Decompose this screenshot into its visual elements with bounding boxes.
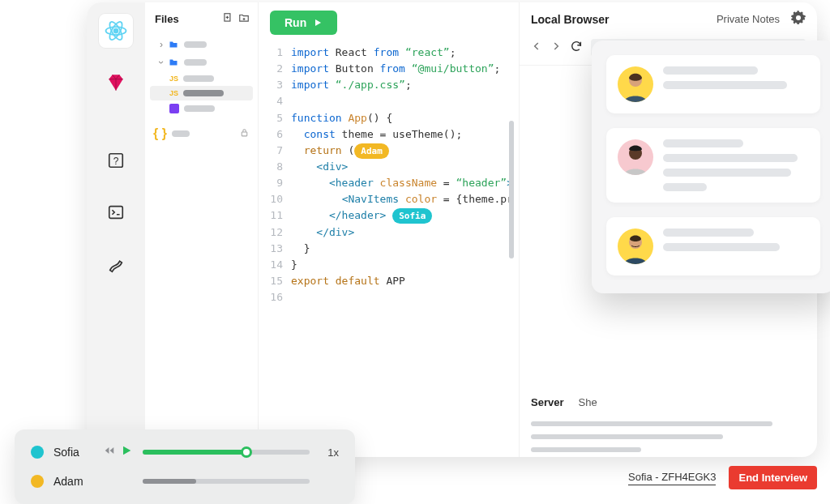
chat-panel bbox=[592, 41, 830, 293]
lock-icon bbox=[239, 126, 250, 141]
playback-speed[interactable]: 1x bbox=[319, 446, 339, 459]
chat-message[interactable] bbox=[606, 55, 820, 113]
svg-rect-8 bbox=[242, 132, 247, 136]
file-tree[interactable]: › › JS JS bbox=[145, 32, 258, 120]
chat-message[interactable] bbox=[606, 128, 820, 203]
tab-server[interactable]: Server bbox=[531, 396, 563, 408]
nav-back-icon[interactable] bbox=[531, 41, 542, 55]
editor-panel: Run 12345678910111213141516 import React… bbox=[259, 2, 519, 457]
playback-row-sofia: Sofia 1x bbox=[31, 444, 339, 460]
playback-track[interactable] bbox=[143, 450, 310, 455]
avatar bbox=[618, 139, 653, 175]
avatar bbox=[618, 66, 653, 102]
svg-point-0 bbox=[114, 29, 118, 33]
tech-sidebar: ? bbox=[87, 2, 145, 457]
tab-shell[interactable]: She bbox=[578, 396, 597, 408]
files-panel: Files › › JS JS { } bbox=[145, 2, 259, 457]
editor-scrollbar[interactable] bbox=[509, 121, 514, 258]
code-editor[interactable]: 12345678910111213141516 import React fro… bbox=[259, 40, 519, 457]
run-button[interactable]: Run bbox=[270, 11, 337, 35]
user-dot-adam bbox=[31, 475, 44, 488]
user-dot-sofia bbox=[31, 446, 44, 459]
playback-panel: Sofia 1x Adam bbox=[15, 429, 355, 504]
ruby-icon[interactable] bbox=[99, 66, 133, 100]
playback-track[interactable] bbox=[143, 479, 310, 484]
chat-message[interactable] bbox=[606, 217, 820, 275]
console-tabs: Server She bbox=[520, 388, 817, 416]
browser-title: Local Browser bbox=[531, 13, 609, 26]
new-file-icon[interactable] bbox=[222, 12, 233, 26]
gear-icon[interactable] bbox=[791, 11, 806, 28]
svg-text:?: ? bbox=[113, 156, 119, 167]
terminal-icon[interactable] bbox=[99, 195, 133, 229]
playback-row-adam: Adam bbox=[31, 475, 339, 488]
avatar bbox=[618, 229, 653, 264]
console-output bbox=[520, 416, 817, 457]
rewind-icon[interactable] bbox=[102, 445, 117, 459]
play-icon[interactable] bbox=[120, 444, 133, 460]
new-folder-icon[interactable] bbox=[238, 12, 250, 26]
react-icon[interactable] bbox=[99, 14, 133, 48]
session-label[interactable]: Sofia - ZFH4EGK3 bbox=[628, 471, 716, 485]
svg-rect-6 bbox=[109, 207, 123, 219]
reload-icon[interactable] bbox=[570, 40, 583, 56]
files-header-label: Files bbox=[155, 13, 179, 25]
help-icon[interactable]: ? bbox=[99, 143, 133, 177]
end-interview-button[interactable]: End Interview bbox=[729, 466, 817, 489]
draw-icon[interactable] bbox=[99, 247, 133, 281]
nav-forward-icon[interactable] bbox=[550, 41, 562, 55]
private-notes-link[interactable]: Private Notes bbox=[717, 13, 780, 25]
